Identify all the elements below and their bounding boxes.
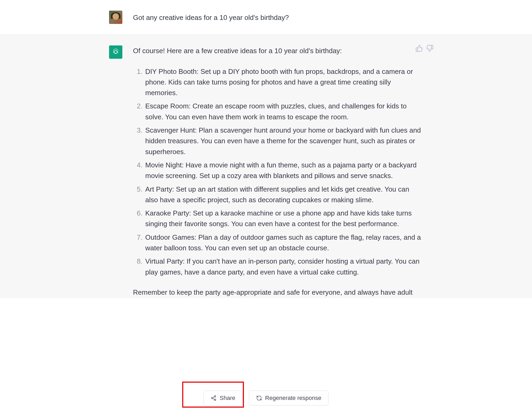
idea-title: Scavenger Hunt bbox=[145, 126, 195, 134]
list-item: Outdoor Games: Plan a day of outdoor gam… bbox=[145, 232, 423, 254]
idea-title: Virtual Party bbox=[145, 257, 183, 265]
idea-title: Outdoor Games bbox=[145, 233, 194, 241]
idea-title: Karaoke Party bbox=[145, 209, 189, 217]
feedback-controls bbox=[415, 44, 434, 56]
list-item: Movie Night: Have a movie night with a f… bbox=[145, 160, 423, 181]
thumbs-down-button[interactable] bbox=[426, 44, 434, 56]
idea-desc: Set up an art station with different sup… bbox=[145, 185, 409, 204]
ideas-list: DIY Photo Booth: Set up a DIY photo boot… bbox=[133, 66, 423, 277]
assistant-message-row: Of course! Here are a few creative ideas… bbox=[0, 35, 532, 298]
idea-title: Escape Room bbox=[145, 102, 189, 110]
list-item: Art Party: Set up an art station with di… bbox=[145, 184, 423, 205]
list-item: Karaoke Party: Set up a karaoke machine … bbox=[145, 208, 423, 229]
idea-title: DIY Photo Booth bbox=[145, 67, 197, 75]
user-message-text: Got any creative ideas for a 10 year old… bbox=[133, 11, 423, 23]
user-message-row: Got any creative ideas for a 10 year old… bbox=[0, 0, 532, 35]
assistant-outro-text: Remember to keep the party age-appropria… bbox=[133, 287, 423, 298]
list-item: Scavenger Hunt: Plan a scavenger hunt ar… bbox=[145, 125, 423, 157]
thumbs-down-icon bbox=[426, 45, 434, 52]
thumbs-up-icon bbox=[415, 45, 423, 52]
user-avatar bbox=[109, 11, 122, 24]
list-item: Virtual Party: If you can't have an in-p… bbox=[145, 256, 423, 277]
list-item: Escape Room: Create an escape room with … bbox=[145, 101, 423, 122]
idea-desc: Have a movie night with a fun theme, suc… bbox=[145, 161, 417, 180]
assistant-avatar bbox=[109, 45, 122, 59]
idea-title: Art Party bbox=[145, 185, 172, 193]
idea-title: Movie Night bbox=[145, 161, 182, 169]
assistant-message-content: Of course! Here are a few creative ideas… bbox=[133, 45, 423, 298]
thumbs-up-button[interactable] bbox=[415, 44, 423, 56]
openai-logo-icon bbox=[111, 48, 120, 56]
list-item: DIY Photo Booth: Set up a DIY photo boot… bbox=[145, 66, 423, 98]
assistant-intro-text: Of course! Here are a few creative ideas… bbox=[133, 45, 423, 57]
idea-desc: If you can't have an in-person party, co… bbox=[145, 257, 419, 276]
